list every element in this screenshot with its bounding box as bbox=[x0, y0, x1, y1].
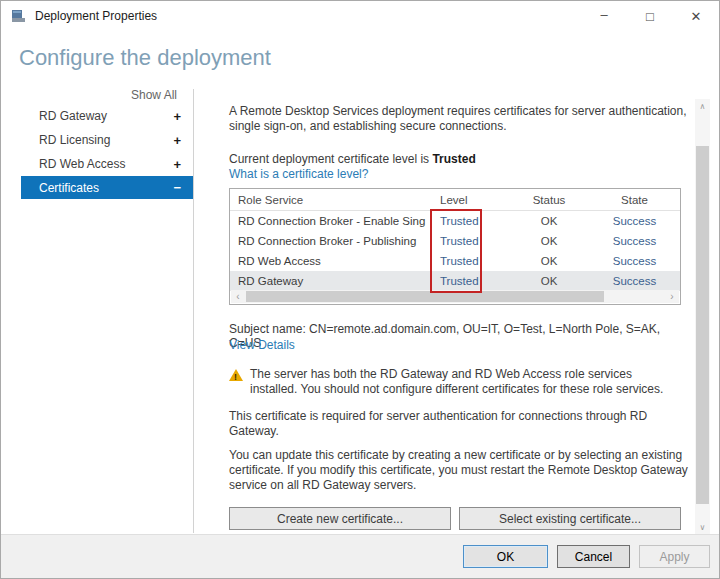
maximize-icon: □ bbox=[646, 9, 654, 24]
sidebar-divider bbox=[193, 89, 194, 533]
cell-level: Trusted bbox=[434, 215, 509, 227]
collapse-minus-icon[interactable]: − bbox=[173, 180, 181, 195]
title-bar: Deployment Properties – □ ✕ bbox=[1, 1, 719, 31]
cell-state: Success bbox=[589, 215, 680, 227]
content-vertical-scrollbar[interactable]: ∧ ∨ bbox=[695, 99, 710, 535]
app-icon bbox=[11, 8, 27, 24]
horizontal-scrollbar-thumb[interactable] bbox=[246, 291, 604, 302]
header-status[interactable]: Status bbox=[509, 194, 589, 206]
certificate-action-buttons: Create new certificate... Select existin… bbox=[229, 507, 681, 530]
deployment-properties-window: Deployment Properties – □ ✕ Configure th… bbox=[0, 0, 720, 579]
certificate-update-text: You can update this certificate by creat… bbox=[229, 448, 689, 493]
level-line-prefix: Current deployment certificate level is bbox=[229, 152, 432, 166]
certificate-required-text: This certificate is required for server … bbox=[229, 409, 681, 439]
page-title: Configure the deployment bbox=[19, 45, 271, 71]
sidebar-item-label: RD Gateway bbox=[39, 109, 107, 123]
sidebar-item-rd-gateway[interactable]: RD Gateway + bbox=[21, 104, 193, 128]
header-role-service[interactable]: Role Service bbox=[230, 194, 434, 206]
window-title: Deployment Properties bbox=[35, 9, 157, 23]
cell-role-service: RD Connection Broker - Enable Sing bbox=[230, 215, 434, 227]
subject-name-text: Subject name: CN=remote.ad.domain.com, O… bbox=[229, 322, 691, 350]
cell-level: Trusted bbox=[434, 255, 509, 267]
cell-level: Trusted bbox=[434, 275, 509, 287]
sidebar-nav: RD Gateway + RD Licensing + RD Web Acces… bbox=[21, 104, 193, 199]
apply-button[interactable]: Apply bbox=[639, 545, 710, 568]
cancel-button[interactable]: Cancel bbox=[557, 545, 630, 568]
close-button[interactable]: ✕ bbox=[673, 1, 719, 31]
table-row[interactable]: RD Connection Broker - Publishing Truste… bbox=[230, 231, 680, 251]
show-all-link[interactable]: Show All bbox=[119, 88, 177, 102]
sidebar-item-rd-licensing[interactable]: RD Licensing + bbox=[21, 128, 193, 152]
certificate-level-line: Current deployment certificate level is … bbox=[229, 152, 476, 166]
table-row-selected[interactable]: RD Gateway Trusted OK Success bbox=[230, 271, 680, 291]
certificates-table: Role Service Level Status State RD Conne… bbox=[229, 188, 681, 305]
header-level[interactable]: Level bbox=[434, 194, 509, 206]
minimize-icon: – bbox=[600, 7, 607, 22]
minimize-button[interactable]: – bbox=[581, 1, 627, 31]
sidebar-item-certificates[interactable]: Certificates − bbox=[21, 176, 193, 199]
cell-state: Success bbox=[589, 275, 680, 287]
expand-plus-icon[interactable]: + bbox=[173, 109, 181, 124]
scroll-left-icon[interactable]: ‹ bbox=[231, 290, 245, 303]
sidebar-item-rd-web-access[interactable]: RD Web Access + bbox=[21, 152, 193, 176]
sidebar-item-label: RD Licensing bbox=[39, 133, 110, 147]
warning-message: The server has both the RD Gateway and R… bbox=[229, 367, 681, 397]
maximize-button[interactable]: □ bbox=[627, 1, 673, 31]
cell-status: OK bbox=[509, 235, 589, 247]
header-state[interactable]: State bbox=[589, 194, 680, 206]
table-horizontal-scrollbar[interactable]: ‹ › bbox=[231, 290, 679, 303]
sidebar-item-label: Certificates bbox=[39, 181, 99, 195]
cell-level: Trusted bbox=[434, 235, 509, 247]
cell-role-service: RD Gateway bbox=[230, 275, 434, 287]
table-header-row: Role Service Level Status State bbox=[230, 189, 680, 211]
scroll-up-icon[interactable]: ∧ bbox=[695, 99, 710, 114]
select-existing-certificate-button[interactable]: Select existing certificate... bbox=[459, 507, 681, 530]
expand-plus-icon[interactable]: + bbox=[173, 133, 181, 148]
table-row[interactable]: RD Web Access Trusted OK Success bbox=[230, 251, 680, 271]
scroll-down-icon[interactable]: ∨ bbox=[695, 520, 710, 535]
vertical-scrollbar-thumb[interactable] bbox=[696, 146, 709, 504]
cell-state: Success bbox=[589, 255, 680, 267]
cell-role-service: RD Connection Broker - Publishing bbox=[230, 235, 434, 247]
certificate-level-help-link[interactable]: What is a certificate level? bbox=[229, 167, 368, 181]
cell-status: OK bbox=[509, 215, 589, 227]
cell-role-service: RD Web Access bbox=[230, 255, 434, 267]
ok-button[interactable]: OK bbox=[463, 545, 548, 568]
scroll-right-icon[interactable]: › bbox=[665, 290, 679, 303]
level-value: Trusted bbox=[432, 152, 475, 166]
warning-icon bbox=[229, 368, 243, 381]
view-details-link[interactable]: View Details bbox=[229, 338, 295, 352]
cell-status: OK bbox=[509, 255, 589, 267]
table-row[interactable]: RD Connection Broker - Enable Sing Trust… bbox=[230, 211, 680, 231]
close-icon: ✕ bbox=[691, 9, 702, 24]
expand-plus-icon[interactable]: + bbox=[173, 157, 181, 172]
sidebar-item-label: RD Web Access bbox=[39, 157, 125, 171]
cell-status: OK bbox=[509, 275, 589, 287]
dialog-footer: OK Cancel Apply bbox=[1, 534, 719, 578]
cell-state: Success bbox=[589, 235, 680, 247]
intro-text: A Remote Desktop Services deployment req… bbox=[229, 104, 687, 134]
warning-text: The server has both the RD Gateway and R… bbox=[250, 367, 681, 397]
create-new-certificate-button[interactable]: Create new certificate... bbox=[229, 507, 451, 530]
window-controls: – □ ✕ bbox=[581, 1, 719, 31]
